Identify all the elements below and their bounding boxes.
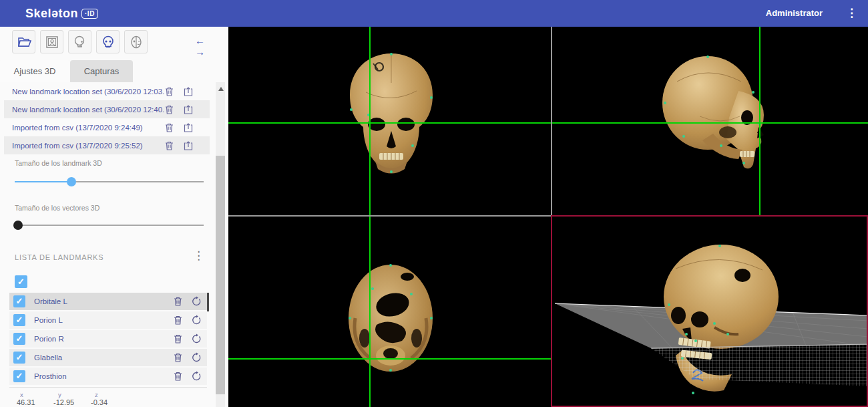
reset-landmark-button[interactable] <box>191 371 202 382</box>
reset-landmark-button[interactable] <box>191 315 202 325</box>
upload-box-icon <box>183 122 194 133</box>
divider <box>9 387 207 388</box>
delete-landmark-button[interactable] <box>173 352 183 363</box>
trash-icon <box>164 122 174 133</box>
capture-item[interactable]: Imported from csv (13/7/2020 9:25:52) <box>4 136 210 154</box>
landmark-checkbox[interactable]: ✓ <box>13 370 25 382</box>
skull-front-icon <box>101 35 116 49</box>
load-capture-button[interactable] <box>183 140 194 151</box>
tab-capturas[interactable]: Capturas <box>70 60 133 82</box>
load-capture-button[interactable] <box>183 104 194 115</box>
vector-size-label: Tamaño de los vectores 3D <box>15 204 99 212</box>
left-sidebar: ← → Ajustes 3D Capturas New landmark loc… <box>0 27 227 407</box>
delete-capture-button[interactable] <box>164 104 174 115</box>
coord-y-value: -12.95 <box>53 398 74 406</box>
delete-landmark-button[interactable] <box>173 333 183 344</box>
face-skull-overlay-icon <box>129 35 144 49</box>
skull-side-view-button[interactable] <box>68 30 91 53</box>
trash-icon <box>173 315 183 325</box>
skull-front-view-button[interactable] <box>96 30 120 53</box>
vector-size-slider[interactable] <box>15 221 204 230</box>
sidebar-scrollbar-thumb[interactable] <box>216 156 225 394</box>
skull-side-icon <box>73 35 87 49</box>
coord-x-label: x <box>20 391 23 398</box>
landmark-checkbox[interactable]: ✓ <box>13 352 25 364</box>
capture-item[interactable]: New landmark location set (30/6/2020 12:… <box>4 100 210 118</box>
skull-lateral-view <box>660 52 772 176</box>
viewport-basal[interactable] <box>228 217 551 407</box>
slider-fill <box>15 181 71 182</box>
viewport-grid <box>228 27 868 407</box>
slider-track[interactable] <box>15 225 204 226</box>
trash-icon <box>173 296 183 307</box>
capture-label: Imported from csv (13/7/2020 9:24:49) <box>12 124 164 132</box>
frankfurt-plane-front <box>552 217 868 407</box>
crosshair-vertical <box>759 27 761 215</box>
trash-icon <box>173 333 183 344</box>
capture-item[interactable]: New landmark location set (30/6/2020 12:… <box>4 82 210 100</box>
landmark-row[interactable]: ✓ Prosthion <box>9 368 207 385</box>
viewport-frontal[interactable] <box>228 27 551 215</box>
upload-box-icon <box>183 104 194 115</box>
trash-icon <box>164 104 174 115</box>
landmark-size-label: Tamaño de los landmark 3D <box>15 159 102 167</box>
delete-capture-button[interactable] <box>164 122 174 133</box>
landmark-row[interactable]: ✓ Glabella <box>9 349 207 366</box>
landmark-list-scrollbar-thumb[interactable] <box>207 293 209 311</box>
tab-ajustes-3d[interactable]: Ajustes 3D <box>0 60 69 82</box>
viewport-perspective[interactable] <box>552 217 868 407</box>
slider-handle[interactable] <box>67 177 76 186</box>
upload-box-icon <box>183 86 194 97</box>
reset-landmark-button[interactable] <box>191 352 202 363</box>
landmark-checkbox[interactable]: ✓ <box>13 314 25 326</box>
delete-landmark-button[interactable] <box>173 296 183 307</box>
delete-landmark-button[interactable] <box>173 315 183 325</box>
open-project-button[interactable] <box>12 30 35 53</box>
viewport-divider-vertical <box>551 27 552 215</box>
crosshair-vertical <box>369 27 371 215</box>
landmark-list-menu-icon[interactable]: ⋮ <box>193 249 204 263</box>
landmark-checkbox[interactable]: ✓ <box>13 295 25 307</box>
header-menu-icon[interactable]: ⋮ <box>846 0 857 27</box>
app-logo: Skelǝton ·ID <box>25 0 98 27</box>
user-name[interactable]: Administrator <box>766 0 823 27</box>
photograph-view-button[interactable] <box>40 30 63 53</box>
panel-resize-arrows[interactable]: ← → <box>195 35 227 57</box>
scrollbar-up-arrow[interactable] <box>218 87 224 91</box>
trash-icon <box>164 86 174 97</box>
delete-capture-button[interactable] <box>164 140 174 151</box>
delete-landmark-button[interactable] <box>173 371 183 382</box>
restore-icon <box>191 352 202 363</box>
viewport-divider-horizontal <box>228 215 551 217</box>
logo-text: Skelǝton <box>25 7 78 21</box>
crosshair-horizontal <box>552 122 868 124</box>
landmark-name: Orbitale L <box>34 297 173 305</box>
trash-icon <box>173 352 183 363</box>
coord-z-value: -0.34 <box>91 398 107 406</box>
landmark-row[interactable]: ✓ Orbitale L <box>9 293 207 310</box>
photo-icon <box>45 35 59 49</box>
folder-icon <box>17 35 31 49</box>
restore-icon <box>191 333 202 344</box>
load-capture-button[interactable] <box>183 122 194 133</box>
delete-capture-button[interactable] <box>164 86 174 97</box>
reset-landmark-button[interactable] <box>191 296 202 307</box>
coord-x-value: 46.31 <box>17 398 35 406</box>
select-all-checkbox[interactable]: ✓ <box>15 275 27 288</box>
capture-label: New landmark location set (30/6/2020 12:… <box>12 106 164 114</box>
landmark-size-slider[interactable] <box>15 177 204 186</box>
superimposition-view-button[interactable] <box>124 30 148 53</box>
landmark-name: Porion R <box>34 335 173 343</box>
app-header: Skelǝton ·ID Administrator ⋮ <box>0 0 868 27</box>
trash-icon <box>164 140 174 151</box>
landmark-row[interactable]: ✓ Porion L <box>9 311 207 329</box>
capture-item[interactable]: Imported from csv (13/7/2020 9:24:49) <box>4 118 210 136</box>
landmark-checkbox[interactable]: ✓ <box>13 333 25 345</box>
load-capture-button[interactable] <box>183 86 194 97</box>
slider-handle[interactable] <box>13 221 23 230</box>
viewport-lateral[interactable] <box>552 27 868 215</box>
restore-icon <box>191 371 202 382</box>
coord-z-label: z <box>95 391 98 398</box>
landmark-row[interactable]: ✓ Porion R <box>9 330 207 348</box>
reset-landmark-button[interactable] <box>191 333 202 344</box>
